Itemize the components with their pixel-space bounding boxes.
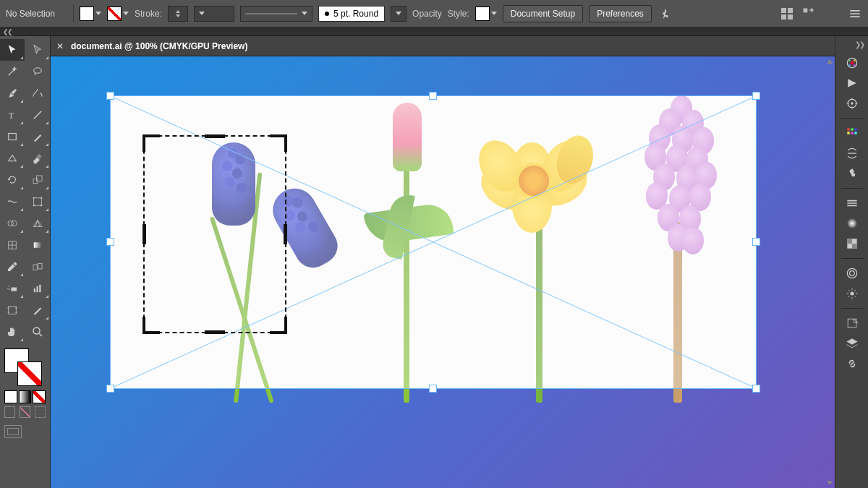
variable-width-profile-select[interactable]	[240, 6, 312, 22]
pin-toggle-button[interactable]	[658, 7, 672, 21]
canvas[interactable]	[51, 56, 835, 488]
gradient-tool[interactable]	[25, 234, 50, 256]
lasso-tool[interactable]	[25, 61, 50, 82]
svg-rect-40	[851, 128, 853, 130]
chevron-down-icon	[396, 12, 401, 15]
width-tool[interactable]	[0, 191, 25, 213]
stroke-weight-stepper[interactable]	[168, 6, 188, 22]
grid-icon	[781, 8, 793, 20]
transform-icon	[801, 7, 816, 21]
preferences-button[interactable]: Preferences	[589, 5, 652, 22]
brush-definition-select[interactable]: 5 pt. Round	[318, 6, 385, 22]
svg-point-34	[854, 59, 856, 61]
shape-panel-button[interactable]	[840, 73, 864, 93]
rotate-tool[interactable]	[0, 169, 25, 191]
graphic-style-select[interactable]	[475, 7, 497, 21]
direct-selection-tool[interactable]	[25, 39, 50, 61]
scale-tool[interactable]	[25, 169, 50, 191]
color-mode-gradient[interactable]	[19, 390, 32, 403]
symbol-sprayer-tool[interactable]	[0, 278, 25, 299]
svg-point-14	[12, 221, 17, 226]
eraser-tool[interactable]	[25, 147, 50, 169]
svg-point-20	[9, 286, 10, 287]
shape-builder-tool[interactable]	[0, 213, 25, 234]
brush-label: 5 pt. Round	[333, 9, 378, 19]
svg-rect-17	[33, 265, 37, 270]
document-setup-button[interactable]: Document Setup	[503, 5, 583, 22]
paintbrush-tool[interactable]	[25, 126, 50, 147]
stroke-weight-select[interactable]	[194, 6, 234, 22]
fill-swatch-control[interactable]	[80, 7, 101, 21]
column-graph-tool[interactable]	[25, 278, 50, 299]
svg-point-38	[851, 102, 853, 104]
free-transform-tool[interactable]	[25, 191, 50, 213]
align-panel-button[interactable]	[780, 7, 794, 21]
svg-point-9	[33, 197, 34, 199]
stroke-swatch-none-icon	[107, 7, 122, 21]
fill-stroke-indicator[interactable]	[0, 347, 50, 390]
eyedropper-tool[interactable]	[0, 256, 25, 278]
svg-rect-23	[33, 288, 35, 292]
svg-line-3	[33, 111, 41, 119]
stroke-swatch-control[interactable]	[107, 7, 129, 21]
transparency-panel-button[interactable]	[840, 234, 864, 254]
screen-mode-icon	[4, 425, 22, 438]
document-tab-title[interactable]: document.ai @ 100% (CMYK/GPU Preview)	[71, 41, 247, 51]
cc-libraries-button[interactable]	[840, 263, 864, 283]
swatches-panel-button[interactable]	[840, 143, 864, 163]
svg-point-1	[33, 68, 41, 74]
panel-collapse-strip[interactable]: ❮❮	[0, 27, 868, 36]
pen-tool[interactable]	[0, 82, 25, 104]
color-panel-button[interactable]	[840, 123, 864, 143]
selection-tool[interactable]	[0, 39, 25, 61]
draw-inside-icon[interactable]	[35, 406, 46, 418]
hamburger-icon	[848, 7, 862, 21]
vertical-scrollbar[interactable]	[825, 56, 835, 488]
zoom-tool[interactable]	[25, 321, 50, 343]
curvature-tool[interactable]	[25, 82, 50, 104]
mesh-tool[interactable]	[0, 234, 25, 256]
properties-panel-button[interactable]	[840, 53, 864, 73]
line-segment-tool[interactable]	[25, 104, 50, 126]
gradient-panel-button[interactable]	[840, 213, 864, 234]
brushes-panel-button[interactable]	[840, 283, 864, 304]
style-swatch-icon	[475, 7, 490, 21]
svg-rect-41	[854, 128, 856, 130]
stroke-panel-button[interactable]	[840, 193, 864, 213]
brush-dropdown[interactable]	[391, 6, 407, 22]
scroll-up-icon	[827, 59, 833, 64]
draw-behind-icon[interactable]	[20, 406, 30, 418]
rectangle-tool[interactable]	[0, 126, 25, 147]
color-mode-solid[interactable]	[4, 390, 17, 403]
svg-point-12	[41, 205, 42, 206]
transform-panel-button[interactable]	[801, 7, 816, 21]
asset-export-button[interactable]	[840, 313, 864, 333]
tool-grid: T	[0, 39, 50, 343]
document-setup-label: Document Setup	[511, 9, 575, 19]
panel-menu-button[interactable]	[848, 7, 862, 21]
double-chevron-left-icon: ❮❮	[3, 28, 12, 35]
tab-close-button[interactable]: ✕	[56, 41, 64, 51]
svg-point-33	[848, 59, 851, 61]
svg-point-27	[33, 328, 40, 334]
svg-rect-18	[38, 264, 41, 270]
stepper-down-icon	[176, 14, 180, 17]
links-panel-button[interactable]	[840, 354, 864, 374]
screen-mode-toggle[interactable]	[0, 421, 50, 442]
layers-panel-button[interactable]	[840, 333, 864, 354]
shaper-tool[interactable]	[0, 147, 25, 169]
artboard-tool[interactable]	[0, 299, 25, 321]
blend-tool[interactable]	[25, 256, 50, 278]
draw-normal-icon[interactable]	[4, 406, 15, 418]
target-panel-button[interactable]	[840, 93, 864, 114]
symbols-panel-button[interactable]	[840, 163, 864, 184]
double-chevron-right-icon[interactable]: ❯❯	[855, 40, 868, 53]
svg-point-22	[9, 289, 11, 291]
dock-separator	[841, 308, 863, 309]
slice-tool[interactable]	[25, 299, 50, 321]
type-tool[interactable]: T	[0, 104, 25, 126]
hand-tool[interactable]	[0, 321, 25, 343]
color-mode-none[interactable]	[33, 390, 46, 403]
magic-wand-tool[interactable]	[0, 61, 25, 82]
perspective-grid-tool[interactable]	[25, 213, 50, 234]
